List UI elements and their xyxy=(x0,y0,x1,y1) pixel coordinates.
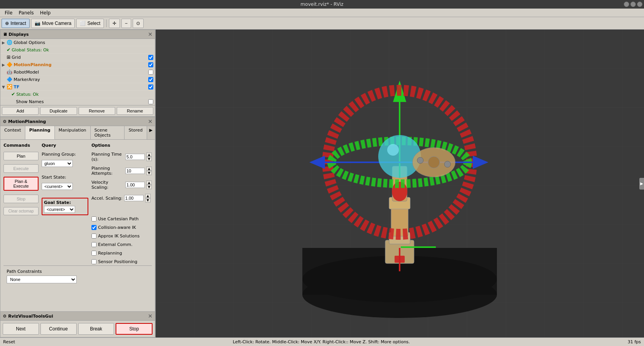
label-motionplanning: MotionPlanning xyxy=(14,62,148,67)
statusbar: Reset Left-Click: Rotate. Middle-Click: … xyxy=(0,337,644,346)
tab-manipulation[interactable]: Manipulation xyxy=(55,126,91,139)
replanning-check[interactable] xyxy=(91,251,97,256)
tree-item-tf-status[interactable]: ✔ Status: Ok xyxy=(0,91,155,98)
velocity-scaling-input[interactable] xyxy=(125,182,145,188)
options-label: Options xyxy=(91,143,152,148)
planning-attempts-input[interactable] xyxy=(125,168,145,174)
icon-tf-status: ✔ xyxy=(11,91,15,97)
tab-stored[interactable]: Stored xyxy=(125,126,147,139)
planning-attempts-down[interactable]: ▼ xyxy=(146,171,152,175)
select-button[interactable]: ⬜ Select xyxy=(76,19,104,28)
velocity-scaling-down[interactable]: ▼ xyxy=(146,185,152,189)
displays-icon: 🖥 xyxy=(3,32,7,37)
fps-counter: 31 fps xyxy=(628,339,641,344)
menu-file[interactable]: File xyxy=(2,9,16,16)
check-tf[interactable] xyxy=(148,84,153,90)
minimize-button[interactable] xyxy=(624,2,629,7)
continue-button[interactable]: Continue xyxy=(40,323,77,335)
check-markerarray[interactable] xyxy=(148,77,153,82)
tree-item-tf[interactable]: ▼ 🔀 TF xyxy=(0,83,155,91)
sensor-positioning-check[interactable] xyxy=(91,259,97,264)
add-button[interactable]: Add xyxy=(2,107,39,115)
planning-time-input[interactable] xyxy=(125,154,145,160)
viewport-3d[interactable]: ▶ xyxy=(156,30,644,337)
break-button[interactable]: Break xyxy=(78,323,114,335)
accel-scaling-down[interactable]: ▼ xyxy=(145,198,151,202)
planning-group-select[interactable]: gluon xyxy=(42,160,73,167)
tree-item-grid[interactable]: ⊞ Grid xyxy=(0,54,155,61)
displays-close[interactable]: ✕ xyxy=(148,31,153,37)
path-constraints-select[interactable]: None xyxy=(7,276,77,283)
rename-button[interactable]: Rename xyxy=(117,107,153,115)
motion-planning-header: ⚙ MotionPlanning ✕ xyxy=(0,117,155,126)
motion-columns: Commands Plan Execute Plan & Execute Sto… xyxy=(4,143,152,265)
tab-planning[interactable]: Planning xyxy=(25,126,54,139)
accel-scaling-row: Accel. Scaling: ▲ ▼ xyxy=(91,194,152,202)
tab-scene-objects[interactable]: Scene Objects xyxy=(91,126,125,139)
external-comm-check[interactable] xyxy=(91,242,97,247)
approx-ik-check[interactable] xyxy=(91,234,97,239)
replanning-row: Replanning xyxy=(91,251,152,256)
icon-global-options: 🌐 xyxy=(7,40,12,45)
use-cartesian-check[interactable] xyxy=(91,216,97,221)
motion-planning-close[interactable]: ✕ xyxy=(148,118,153,125)
velocity-scaling-row: Velocity Scaling: ▲ ▼ xyxy=(91,180,152,190)
start-state-select[interactable]: <current> xyxy=(42,183,73,190)
planning-time-down[interactable]: ▼ xyxy=(146,157,152,161)
maximize-button[interactable] xyxy=(630,2,636,7)
dot-icon: ⊙ xyxy=(136,21,140,26)
rviz-close[interactable]: ✕ xyxy=(148,313,153,319)
execute-button[interactable]: Execute xyxy=(4,164,39,173)
planning-attempts-up[interactable]: ▲ xyxy=(146,167,152,171)
path-constraints-label: Path Constraints xyxy=(7,269,149,274)
arrow-grid xyxy=(2,55,7,60)
tree-item-markerarray[interactable]: 🔷 MarkerArray xyxy=(0,76,155,83)
camera-icon: 📷 xyxy=(35,21,40,26)
stop-button[interactable]: Stop xyxy=(4,195,39,203)
tab-more[interactable]: ▶ xyxy=(147,126,155,139)
collision-aware-check[interactable] xyxy=(91,225,97,230)
menu-panels[interactable]: Panels xyxy=(16,9,37,16)
reset-button[interactable]: Reset xyxy=(3,339,15,344)
close-button[interactable] xyxy=(637,2,642,7)
plan-execute-button[interactable]: Plan & Execute xyxy=(4,177,39,191)
velocity-scaling-up[interactable]: ▲ xyxy=(146,181,152,185)
menu-help[interactable]: Help xyxy=(37,9,54,16)
plan-button[interactable]: Plan xyxy=(4,152,39,160)
check-motionplanning[interactable] xyxy=(148,62,153,67)
tab-context[interactable]: Context xyxy=(0,126,25,139)
displays-title: Displays xyxy=(9,32,148,37)
tree-item-global-options[interactable]: ▶ 🌐 Global Options xyxy=(0,39,155,46)
viewport-collapse-handle[interactable]: ▶ xyxy=(639,178,644,190)
displays-panel: 🖥 Displays ✕ ▶ 🌐 Global Options ✔ Global… xyxy=(0,30,155,117)
toolbar-minus-button[interactable]: − xyxy=(121,19,131,28)
tree-item-show-names[interactable]: Show Names xyxy=(0,98,155,105)
move-camera-button[interactable]: 📷 Move Camera xyxy=(31,19,75,28)
label-markerarray: MarkerArray xyxy=(14,77,148,82)
check-show-names[interactable] xyxy=(148,99,153,104)
accel-scaling-up[interactable]: ▲ xyxy=(145,194,151,198)
goal-state-select[interactable]: <current> xyxy=(44,206,75,213)
check-grid[interactable] xyxy=(148,55,153,60)
planning-attempts-label: Planning Attempts: xyxy=(91,166,124,176)
interact-button[interactable]: ⊕ Interact xyxy=(2,19,30,28)
start-state-label: Start State: xyxy=(42,175,88,180)
clear-octomap-button[interactable]: Clear octomap xyxy=(4,207,39,215)
external-comm-row: External Comm. xyxy=(91,242,152,247)
planning-time-up[interactable]: ▲ xyxy=(146,153,152,157)
check-robotmodel[interactable] xyxy=(148,70,153,75)
svg-point-21 xyxy=(302,271,497,318)
tree-item-global-status[interactable]: ✔ Global Status: Ok xyxy=(0,46,155,54)
remove-button[interactable]: Remove xyxy=(79,107,115,115)
next-button[interactable]: Next xyxy=(3,323,39,335)
tree-item-motionplanning[interactable]: ▶ 🔶 MotionPlanning xyxy=(0,61,155,68)
toolbar-dot-button[interactable]: ⊙ xyxy=(133,19,144,28)
stop-button-rviz[interactable]: Stop xyxy=(116,323,153,335)
interact-icon: ⊕ xyxy=(5,21,9,26)
tree-item-robotmodel[interactable]: 🤖 RobotModel xyxy=(0,68,155,76)
accel-scaling-input[interactable] xyxy=(124,195,144,201)
title-text: moveit.rviz* - RViz xyxy=(300,2,343,7)
goal-state-label: Goal State: xyxy=(44,200,86,205)
duplicate-button[interactable]: Duplicate xyxy=(40,107,77,115)
toolbar-plus-button[interactable]: ✛ xyxy=(109,19,120,28)
